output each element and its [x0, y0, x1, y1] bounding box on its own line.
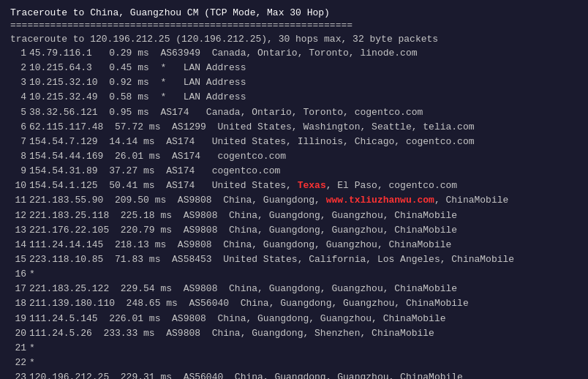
hop-line-6: 662.115.117.48 57.72 ms AS1299 United St…: [10, 120, 578, 135]
hop-text: 10.215.32.49 0.58 ms * LAN Address: [29, 91, 246, 102]
watermark-text: www.txliuzhanwu.com: [326, 195, 434, 206]
hop-number: 18: [10, 296, 26, 311]
hop-text: 120.196.212.25 229.31 ms AS56040 China, …: [29, 372, 463, 379]
hop-line-17: 17221.183.25.122 229.54 ms AS9808 China,…: [10, 282, 578, 296]
divider: ========================================…: [10, 20, 578, 31]
hop-number: 14: [10, 238, 26, 252]
hop-text: 154.54.1.125 50.41 ms AS174 United State…: [29, 180, 457, 191]
hop-text: 154.54.44.169 26.01 ms AS174 cogentco.co…: [29, 151, 286, 162]
hop-number: 5: [10, 105, 26, 120]
hop-text: *: [29, 357, 35, 368]
hop-line-2: 210.215.64.3 0.45 ms * LAN Address: [10, 61, 578, 75]
hop-text: 154.54.7.129 14.14 ms AS174 United State…: [29, 136, 475, 147]
hop-line-20: 20111.24.5.26 233.33 ms AS9808 China, Gu…: [10, 326, 578, 341]
hop-line-19: 19111.24.5.145 226.01 ms AS9808 China, G…: [10, 312, 578, 326]
hop-number: 21: [10, 341, 26, 356]
traceroute-container: Traceroute to China, Guangzhou CM (TCP M…: [10, 7, 578, 379]
hop-text: 38.32.56.121 0.95 ms AS174 Canada, Ontar…: [29, 107, 423, 118]
hop-text: 221.176.22.105 220.79 ms AS9808 China, G…: [29, 225, 457, 236]
hop-text: 221.183.25.122 229.54 ms AS9808 China, G…: [29, 283, 457, 294]
hop-number: 6: [10, 120, 26, 135]
hop-text: 62.115.117.48 57.72 ms AS1299 United Sta…: [29, 121, 475, 132]
hop-line-10: 10154.54.1.125 50.41 ms AS174 United Sta…: [10, 179, 578, 193]
hop-text: 111.24.5.145 226.01 ms AS9808 China, Gua…: [29, 313, 446, 324]
hop-line-22: 22*: [10, 356, 578, 370]
hop-number: 7: [10, 135, 26, 149]
hop-line-3: 310.215.32.10 0.92 ms * LAN Address: [10, 75, 578, 90]
hop-line-21: 21*: [10, 341, 578, 356]
trace-header: traceroute to 120.196.212.25 (120.196.21…: [10, 34, 578, 45]
hop-number: 22: [10, 356, 26, 370]
hop-text: 221.183.55.90 209.50 ms AS9808 China, Gu…: [29, 195, 508, 206]
hop-line-23: 23120.196.212.25 229.31 ms AS56040 China…: [10, 370, 578, 379]
hops-list: 145.79.116.1 0.29 ms AS63949 Canada, Ont…: [10, 46, 578, 379]
hop-line-1: 145.79.116.1 0.29 ms AS63949 Canada, Ont…: [10, 46, 578, 61]
hop-text: 111.24.14.145 218.13 ms AS9808 China, Gu…: [29, 239, 451, 250]
hop-line-8: 8154.54.44.169 26.01 ms AS174 cogentco.c…: [10, 149, 578, 164]
hop-line-14: 14111.24.14.145 218.13 ms AS9808 China, …: [10, 238, 578, 252]
hop-line-16: 16*: [10, 267, 578, 282]
hop-number: 10: [10, 179, 26, 193]
hop-number: 2: [10, 61, 26, 75]
hop-line-5: 538.32.56.121 0.95 ms AS174 Canada, Onta…: [10, 105, 578, 120]
hop-number: 9: [10, 164, 26, 179]
hop-text: 223.118.10.85 71.83 ms AS58453 United St…: [29, 254, 514, 265]
hop-number: 1: [10, 46, 26, 61]
hop-number: 23: [10, 370, 26, 379]
title: Traceroute to China, Guangzhou CM (TCP M…: [10, 7, 578, 18]
hop-number: 20: [10, 326, 26, 341]
hop-line-7: 7154.54.7.129 14.14 ms AS174 United Stat…: [10, 135, 578, 149]
hop-line-18: 18211.139.180.110 248.65 ms AS56040 Chin…: [10, 296, 578, 311]
hop-text: *: [29, 342, 35, 353]
hop-text: 111.24.5.26 233.33 ms AS9808 China, Guan…: [29, 328, 434, 339]
hop-line-13: 13221.176.22.105 220.79 ms AS9808 China,…: [10, 223, 578, 238]
hop-text: 45.79.116.1 0.29 ms AS63949 Canada, Onta…: [29, 48, 418, 59]
hop-line-4: 410.215.32.49 0.58 ms * LAN Address: [10, 90, 578, 105]
hop-number: 13: [10, 223, 26, 238]
hop-number: 12: [10, 209, 26, 223]
hop-line-12: 12221.183.25.118 225.18 ms AS9808 China,…: [10, 209, 578, 223]
hop-text: 211.139.180.110 248.65 ms AS56040 China,…: [29, 298, 469, 309]
hop-number: 16: [10, 267, 26, 282]
hop-number: 19: [10, 312, 26, 326]
hop-line-15: 15223.118.10.85 71.83 ms AS58453 United …: [10, 252, 578, 267]
hop-text: 221.183.25.118 225.18 ms AS9808 China, G…: [29, 210, 457, 221]
hop-text: 154.54.31.89 37.27 ms AS174 cogentco.com: [29, 165, 280, 176]
hop-text: 10.215.32.10 0.92 ms * LAN Address: [29, 77, 246, 88]
hop-text: 10.215.64.3 0.45 ms * LAN Address: [29, 62, 246, 73]
hop-number: 17: [10, 282, 26, 296]
hop-line-9: 9154.54.31.89 37.27 ms AS174 cogentco.co…: [10, 164, 578, 179]
hop-text: *: [29, 269, 35, 279]
hop-number: 4: [10, 90, 26, 105]
hop-number: 8: [10, 149, 26, 164]
hop-number: 3: [10, 75, 26, 90]
hop-line-11: 11221.183.55.90 209.50 ms AS9808 China, …: [10, 193, 578, 208]
hop-number: 15: [10, 252, 26, 267]
hop-number: 11: [10, 193, 26, 208]
